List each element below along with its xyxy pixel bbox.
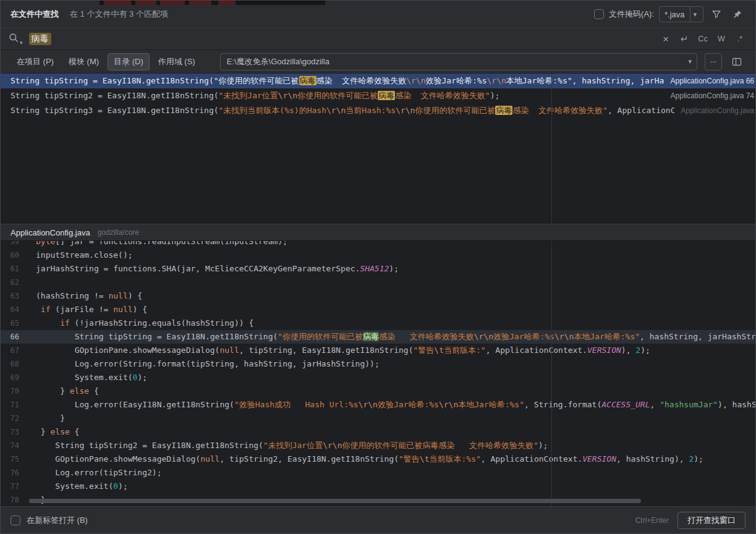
match-summary: 在 1 个文件中有 3 个匹配项 [70,9,168,20]
code-token: ), [621,345,635,355]
code-token: String tipString3 = EasyI18N.getI18nStri… [11,106,219,115]
code-token: VERSION [587,345,621,355]
code-token: 本地Jar哈希:%s" [574,332,640,341]
code-token: 感染 文件哈希效验失败 [316,76,407,85]
code-token: \r\n [554,332,574,341]
pin-icon[interactable] [729,6,745,22]
line-number: 66 [1,330,19,344]
code-token: "你使用的软件可能已被 [278,332,363,341]
result-row[interactable]: String tipString3 = EasyI18N.getI18nStri… [1,103,755,118]
code-token: Log.error(tipString2); [55,468,161,477]
code-line: 75 GOptionPane.showMessageDialog(null, t… [1,452,755,466]
code-token: ); [538,441,548,450]
search-query-text: 病毒 [29,33,51,45]
clear-search-icon[interactable]: ✕ [658,32,674,46]
code-token: String tipString2 = EasyI18N.getI18nStri… [11,91,219,100]
code-line: 60inputStream.close(); [1,248,755,262]
scope-tab-module[interactable]: 模块 (M) [62,53,105,70]
code-token: , ApplicationContext. [486,345,587,355]
line-number: 69 [1,371,19,384]
scope-bar: 在项目 (P) 模块 (M) 目录 (D) 作用域 (S) E:\魔改免杀\Go… [1,50,755,74]
line-content: if (jarFile != null) { [19,303,147,316]
line-content: } else { [19,384,99,398]
preview-file-path: godzilla/core [98,228,139,237]
code-token: String tipString = EasyI18N.getI18nStrin… [75,332,278,341]
result-row[interactable]: String tipString = EasyI18N.getI18nStrin… [1,74,755,88]
results-list: String tipString = EasyI18N.getI18nStrin… [1,74,755,118]
code-token: } [41,427,51,436]
chevron-down-icon[interactable]: ▾ [690,7,700,22]
code-preview-editor[interactable]: 59byte[] jar = functions.readInputStream… [1,241,755,506]
line-number: 75 [1,452,19,466]
code-token: ); [694,454,703,464]
code-line: 63(hashString != null) { [1,289,755,303]
horizontal-scrollbar[interactable] [29,499,641,503]
browse-directory-button[interactable]: ... [705,53,722,70]
code-token: String tipString2 = EasyI18N.getI18nStri… [55,441,263,450]
line-number: 77 [1,480,19,493]
code-token: ); [137,373,147,382]
code-token: String tipString = EasyI18N.getI18nStrin… [11,76,299,85]
search-history-chevron-icon[interactable]: ▾ [20,40,23,46]
code-token: 病毒 [495,106,512,115]
code-token: null [108,291,127,300]
code-token: "未找到当前版本(%s)的Hash [219,106,326,115]
file-mask-combo[interactable]: *.java ▾ [659,6,703,22]
line-content: String tipString2 = EasyI18N.getI18nStri… [19,439,548,452]
scope-tab-in-project[interactable]: 在项目 (P) [11,53,60,70]
line-number: 78 [1,493,19,506]
code-token: System.exit( [75,373,133,382]
line-content: (hashString != null) { [19,289,142,303]
scope-tab-scope[interactable]: 作用域 (S) [152,53,202,70]
whole-words-toggle[interactable]: W [713,32,729,46]
open-in-new-tab-label: 在新标签打开 (B) [27,515,88,526]
result-row[interactable]: String tipString2 = EasyI18N.getI18nStri… [1,88,755,103]
line-content: System.exit(0); [19,371,147,384]
code-token: \r\n [278,91,297,100]
line-content: jarHashString = functions.SHA(jar, McEli… [19,262,399,276]
code-line: 70 } else { [1,384,755,398]
search-icon[interactable] [8,32,19,46]
preview-layout-icon[interactable] [728,53,745,70]
code-token: 效验Jar哈希:%s [493,332,554,341]
code-token: else [70,386,89,396]
open-in-find-window-button[interactable]: 打开查找窗口 [677,512,745,529]
line-content: } [19,412,65,425]
code-token: \t [434,345,444,355]
directory-path-input[interactable]: E:\魔改免杀\Godzilla\godzilla ▾ [220,53,697,70]
code-line: 74 String tipString2 = EasyI18N.getI18nS… [1,439,755,452]
line-content: GOptionPane.showMessageDialog(null, tipS… [19,344,650,357]
code-token: \r\n [326,106,346,115]
chevron-down-icon[interactable]: ▾ [686,57,694,66]
code-token: ); [118,481,128,491]
search-field[interactable]: ▾ 病毒 ✕ ↵ Cc W .* [1,28,755,50]
code-token: } [60,413,65,423]
result-file-label: ApplicationConfig.java 74 [671,91,754,100]
code-line: 59byte[] jar = functions.readInputStream… [1,241,755,248]
code-token: "效验Hash成功 Hash Url:%s [234,400,359,409]
line-number: 63 [1,289,19,303]
line-number: 59 [1,241,19,248]
code-token: ), hashString)); [718,400,755,409]
open-in-new-tab-checkbox[interactable] [11,515,20,525]
file-mask-checkbox[interactable] [594,9,604,19]
regex-toggle[interactable]: .* [732,32,748,46]
new-line-icon[interactable]: ↵ [676,32,692,46]
code-token: \r\n [474,332,493,341]
code-token: GOptionPane.showMessageDialog( [75,345,220,355]
code-token: Log.error(String.format(tipString, hashS… [75,359,380,368]
code-token: \r\n [439,400,458,409]
line-content: System.exit(0); [19,480,128,493]
code-token: null [200,454,219,464]
line-number: 65 [1,316,19,330]
filter-icon[interactable] [708,6,724,22]
code-line: 65 if (!jarHashString.equals(hashString)… [1,316,755,330]
code-token: , hashString, jarHashString); [640,332,755,341]
code-token: inputStream.close(); [36,250,133,260]
code-token: 2 [635,345,640,355]
code-token: 效验Jar哈希:%s [378,400,439,409]
line-content: byte[] jar = functions.readInputStream(i… [19,241,287,248]
match-case-toggle[interactable]: Cc [695,32,711,46]
scope-tab-directory[interactable]: 目录 (D) [108,53,150,70]
code-token: , String.format( [524,400,601,409]
